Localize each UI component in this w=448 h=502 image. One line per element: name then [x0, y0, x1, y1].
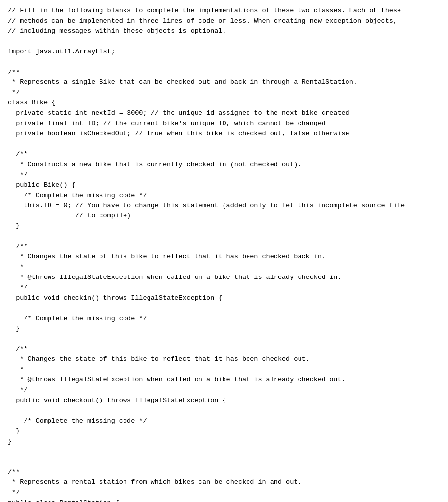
- code-display: // Fill in the following blanks to compl…: [8, 6, 440, 502]
